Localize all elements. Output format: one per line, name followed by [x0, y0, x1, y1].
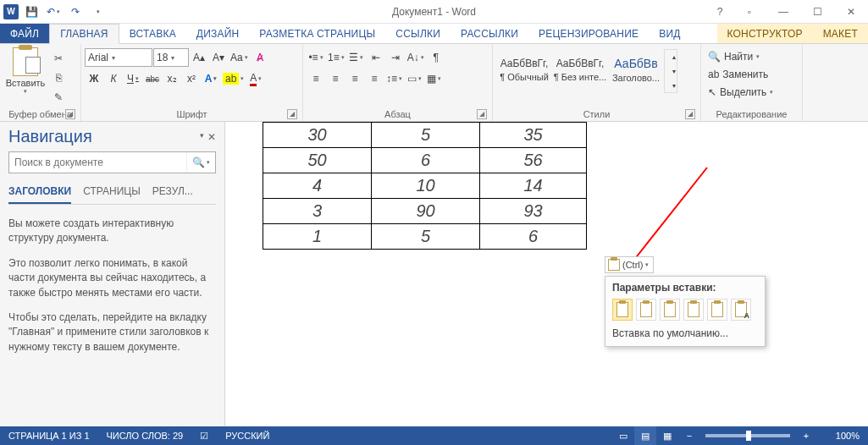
status-words[interactable]: ЧИСЛО СЛОВ: 29 [98, 431, 192, 441]
font-size-combo[interactable]: 18▾ [153, 48, 189, 67]
close-button[interactable]: ✕ [834, 0, 868, 24]
italic-button[interactable]: К [104, 69, 123, 88]
clipboard-launcher[interactable]: ◢ [65, 109, 75, 119]
font-name-combo[interactable]: Arial▾ [85, 48, 152, 67]
shrink-font-button[interactable]: A▾ [209, 48, 228, 67]
paste-options-smart-tag[interactable]: (Ctrl) ▾ [605, 256, 654, 273]
paste-option-text-only[interactable]: A [731, 299, 751, 321]
borders-button[interactable]: ▦ [424, 69, 443, 88]
styles-down-button[interactable]: ▾ [665, 64, 683, 78]
paste-option-link[interactable] [660, 299, 680, 321]
tab-table-design[interactable]: КОНСТРУКТОР [717, 24, 813, 43]
minimize-button[interactable]: — [766, 0, 800, 24]
tab-table-layout[interactable]: МАКЕТ [813, 24, 868, 43]
table-row[interactable]: 41014 [263, 173, 587, 199]
clear-formatting-button[interactable]: A̷ [251, 48, 269, 67]
numbering-button[interactable]: 1≡ [326, 48, 346, 67]
paragraph-launcher[interactable]: ◢ [477, 109, 487, 119]
zoom-level[interactable]: 100% [817, 431, 868, 441]
undo-button[interactable]: ↶ [44, 3, 63, 21]
grow-font-button[interactable]: A▴ [190, 48, 208, 67]
navigation-close-button[interactable]: ✕ [207, 131, 216, 143]
view-read-mode[interactable]: ▭ [612, 426, 634, 445]
paste-option-keep-source[interactable] [612, 299, 633, 321]
zoom-slider[interactable] [705, 434, 790, 437]
text-effects-button[interactable]: A [202, 69, 220, 88]
increase-indent-button[interactable]: ⇥ [386, 48, 405, 67]
zoom-in-button[interactable]: + [795, 426, 817, 445]
justify-button[interactable]: ≡ [365, 69, 384, 88]
decrease-indent-button[interactable]: ⇤ [367, 48, 385, 67]
paste-option-dest-style[interactable] [683, 299, 704, 321]
tab-mailings[interactable]: РАССЫЛКИ [451, 24, 528, 43]
styles-launcher[interactable]: ◢ [685, 109, 695, 119]
change-case-button[interactable]: Aa [229, 48, 250, 67]
tab-file[interactable]: ФАЙЛ [0, 24, 49, 43]
tab-home[interactable]: ГЛАВНАЯ [49, 24, 119, 44]
format-painter-button[interactable]: ✎ [49, 88, 68, 107]
document-table[interactable]: 30535 50656 41014 39093 156 [263, 122, 587, 250]
document-area[interactable]: 30535 50656 41014 39093 156 (Ctrl) ▾ Пар… [225, 122, 868, 426]
multilevel-button[interactable]: ☰ [347, 48, 366, 67]
tab-review[interactable]: РЕЦЕНЗИРОВАНИЕ [528, 24, 649, 43]
paste-option-picture[interactable] [707, 299, 727, 321]
highlight-button[interactable]: ab [221, 69, 246, 88]
status-page[interactable]: СТРАНИЦА 1 ИЗ 1 [0, 431, 98, 441]
view-web-layout[interactable]: ▦ [656, 426, 678, 445]
underline-button[interactable]: Ч [124, 69, 142, 88]
tab-page-layout[interactable]: РАЗМЕТКА СТРАНИЦЫ [249, 24, 385, 43]
nav-tab-results[interactable]: РЕЗУЛ... [152, 182, 193, 204]
superscript-button[interactable]: x² [182, 69, 201, 88]
zoom-out-button[interactable]: − [678, 426, 700, 445]
replace-button[interactable]: abЗаменить [705, 66, 771, 83]
line-spacing-button[interactable]: ↕≡ [384, 69, 404, 88]
subscript-button[interactable]: x₂ [163, 69, 181, 88]
ribbon-display-button[interactable]: ▫ [733, 0, 766, 24]
redo-button[interactable]: ↷ [66, 3, 85, 21]
find-button[interactable]: 🔍Найти▾ [705, 48, 763, 65]
navigation-menu-button[interactable]: ▾ [200, 131, 204, 143]
strikethrough-button[interactable]: abc [143, 69, 162, 88]
table-row[interactable]: 156 [263, 224, 587, 250]
paste-default-link[interactable]: Вставка по умолчанию... [612, 327, 758, 339]
shading-button[interactable]: ▭ [405, 69, 423, 88]
status-language[interactable]: РУССКИЙ [217, 431, 278, 441]
font-color-button[interactable]: A [246, 69, 265, 88]
search-input[interactable] [9, 157, 186, 168]
select-button[interactable]: ↖Выделить▾ [705, 84, 777, 101]
table-row[interactable]: 50656 [263, 148, 587, 173]
tab-view[interactable]: ВИД [649, 24, 690, 43]
show-marks-button[interactable]: ¶ [427, 48, 445, 67]
copy-button[interactable]: ⎘ [49, 69, 68, 87]
paste-option-merge[interactable] [636, 299, 656, 321]
style-normal[interactable]: АаБбВвГг, ¶ Обычный [496, 47, 552, 91]
align-left-button[interactable]: ≡ [307, 69, 325, 88]
group-paragraph: •≡ 1≡ ☰ ⇤ ⇥ A↓ ¶ ≡ ≡ ≡ ≡ ↕≡ ▭ ▦ Абзац◢ [303, 44, 493, 121]
maximize-button[interactable]: ☐ [800, 0, 834, 24]
align-center-button[interactable]: ≡ [326, 69, 345, 88]
search-button[interactable]: 🔍▾ [186, 152, 215, 173]
align-right-button[interactable]: ≡ [346, 69, 364, 88]
save-button[interactable]: 💾 [22, 3, 41, 21]
tab-design[interactable]: ДИЗАЙН [186, 24, 250, 43]
nav-tab-headings[interactable]: ЗАГОЛОВКИ [8, 182, 71, 204]
table-row[interactable]: 30535 [263, 123, 587, 148]
bullets-button[interactable]: •≡ [307, 48, 325, 67]
style-no-spacing[interactable]: АаБбВвГг, ¶ Без инте... [552, 47, 608, 91]
style-heading1[interactable]: АаБбВв Заголово... [608, 47, 664, 91]
help-button[interactable]: ? [707, 0, 733, 24]
font-launcher[interactable]: ◢ [287, 109, 297, 119]
customize-qat-button[interactable] [88, 3, 107, 21]
bold-button[interactable]: Ж [85, 69, 103, 88]
status-proofing[interactable]: ☑ [191, 431, 217, 442]
tab-insert[interactable]: ВСТАВКА [119, 24, 186, 43]
styles-up-button[interactable]: ▴ [665, 50, 683, 63]
cut-button[interactable]: ✂ [49, 49, 68, 68]
table-row[interactable]: 39093 [263, 199, 587, 224]
styles-more-button[interactable]: ▾ [665, 79, 683, 92]
paste-button[interactable]: Вставить ▾ [3, 46, 47, 95]
nav-tab-pages[interactable]: СТРАНИЦЫ [83, 182, 141, 204]
sort-button[interactable]: A↓ [406, 48, 426, 67]
view-print-layout[interactable]: ▤ [634, 426, 656, 445]
tab-references[interactable]: ССЫЛКИ [385, 24, 451, 43]
